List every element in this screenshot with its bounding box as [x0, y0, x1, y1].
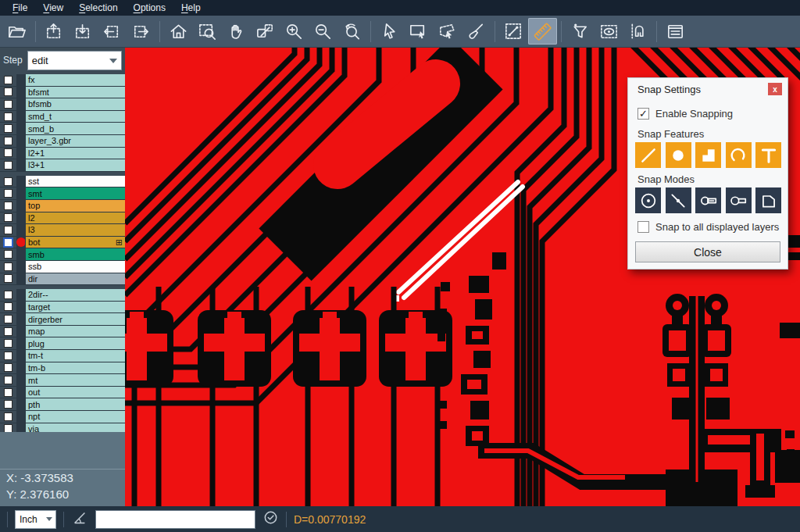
layer-checkbox[interactable] — [4, 226, 12, 234]
layer-name-tm-b[interactable]: tm-b — [25, 362, 125, 374]
measure-value-input[interactable] — [95, 510, 255, 529]
layer-checkbox[interactable] — [4, 213, 12, 222]
layer-checkbox[interactable] — [4, 137, 12, 145]
layer-checkbox[interactable] — [4, 363, 12, 372]
layer-indicator-cell[interactable] — [16, 411, 25, 423]
layer-indicator-cell[interactable] — [16, 302, 25, 313]
select-polygon-icon[interactable] — [433, 18, 462, 45]
zoom-previous-icon[interactable] — [338, 18, 366, 45]
layer-checkbox[interactable] — [4, 274, 12, 283]
layer-name-smt[interactable]: smt — [25, 187, 125, 199]
view-options-icon[interactable] — [595, 18, 623, 45]
layer-name-bfsmb[interactable]: bfsmb — [25, 98, 125, 110]
layer-indicator-cell[interactable] — [16, 187, 25, 199]
pan-hand-icon[interactable] — [222, 18, 251, 45]
layer-indicator-cell[interactable] — [16, 176, 25, 187]
layer-name-layer_3.gbr[interactable]: layer_3.gbr — [25, 135, 125, 147]
layer-name-dirgerber[interactable]: dirgerber — [25, 313, 125, 325]
apply-icon[interactable] — [262, 509, 279, 529]
layer-name-top[interactable]: top — [25, 200, 125, 212]
layer-checkbox[interactable] — [4, 87, 12, 96]
menu-item-view[interactable]: View — [35, 2, 71, 14]
layer-indicator-cell[interactable] — [16, 98, 25, 110]
move-up-icon[interactable] — [40, 18, 69, 45]
zoom-area-icon[interactable] — [193, 18, 222, 45]
layer-checkbox[interactable] — [4, 250, 12, 259]
layer-checkbox[interactable] — [4, 148, 12, 157]
move-down-icon[interactable] — [69, 18, 98, 45]
layer-indicator-cell[interactable] — [16, 374, 25, 386]
layer-indicator-cell[interactable] — [16, 313, 25, 325]
layer-indicator-cell[interactable] — [16, 289, 25, 301]
snap-text-button[interactable] — [755, 142, 781, 168]
snap-arc-button[interactable] — [726, 142, 752, 168]
menu-item-file[interactable]: File — [5, 2, 35, 14]
zoom-out-icon[interactable] — [309, 18, 338, 45]
snap-line-center-button[interactable] — [666, 187, 691, 213]
layer-checkbox[interactable] — [4, 177, 12, 186]
move-left-icon[interactable] — [98, 18, 127, 45]
layer-checkbox[interactable] — [4, 124, 12, 133]
menu-item-help[interactable]: Help — [173, 2, 209, 14]
layer-indicator-cell[interactable] — [16, 159, 25, 171]
measure-point-icon[interactable] — [499, 18, 528, 45]
layer-checkbox[interactable] — [4, 388, 12, 397]
close-icon[interactable]: x — [768, 83, 782, 95]
filter-icon[interactable] — [566, 18, 595, 45]
menu-item-options[interactable]: Options — [126, 2, 173, 14]
layer-checkbox[interactable] — [4, 302, 12, 311]
unit-select[interactable]: Inch — [15, 510, 56, 529]
snap-settings-dialog[interactable]: Snap Settings x ✓ Enable Snapping Snap F… — [627, 77, 788, 270]
layer-checkbox[interactable] — [4, 100, 12, 109]
snap-surface-button[interactable] — [695, 142, 721, 168]
layer-name-smd_b[interactable]: smd_b — [25, 123, 125, 134]
layer-indicator-cell[interactable] — [16, 123, 25, 134]
layer-checkbox[interactable] — [4, 189, 12, 198]
menu-item-selection[interactable]: Selection — [71, 2, 125, 14]
layer-name-target[interactable]: target — [25, 302, 125, 313]
angle-measure-icon[interactable] — [71, 509, 88, 530]
close-button[interactable]: Close — [635, 241, 780, 262]
layer-name-smb[interactable]: smb — [25, 248, 125, 260]
layer-checkbox[interactable] — [4, 112, 12, 121]
step-select[interactable]: edit — [27, 51, 122, 70]
layer-indicator-cell[interactable] — [16, 273, 25, 285]
layer-indicator-cell[interactable] — [16, 135, 25, 147]
move-right-icon[interactable] — [127, 18, 155, 45]
layer-indicator-cell[interactable] — [16, 224, 25, 236]
layer-checkbox[interactable] — [3, 237, 13, 248]
home-view-icon[interactable] — [164, 18, 193, 45]
layer-name-plug[interactable]: plug — [25, 337, 125, 349]
layer-name-smd_t[interactable]: smd_t — [25, 111, 125, 123]
layer-checkbox[interactable] — [4, 76, 12, 84]
layer-indicator-cell[interactable] — [16, 362, 25, 374]
snap-pad-button[interactable] — [666, 142, 691, 168]
layer-indicator-cell[interactable] — [16, 212, 25, 224]
layer-name-map[interactable]: map — [25, 326, 125, 337]
enable-snapping-checkbox[interactable]: ✓ — [638, 108, 649, 120]
snap-pad-outline-button[interactable] — [726, 187, 752, 213]
layer-name-tm-t[interactable]: tm-t — [25, 350, 125, 362]
layer-indicator-cell[interactable] — [16, 337, 25, 349]
layer-name-bfsmt[interactable]: bfsmt — [25, 87, 125, 98]
layer-name-npt[interactable]: npt — [25, 411, 125, 423]
layers-panel-icon[interactable] — [661, 18, 690, 45]
snap-magnet-icon[interactable] — [623, 18, 652, 45]
all-layers-checkbox[interactable] — [638, 221, 649, 233]
layer-checkbox[interactable] — [4, 327, 12, 336]
select-cursor-icon[interactable] — [375, 18, 404, 45]
snap-pad-entire-button[interactable] — [695, 187, 721, 213]
layer-checkbox[interactable] — [4, 202, 12, 210]
layer-name-sst[interactable]: sst — [25, 176, 125, 187]
layer-indicator-cell[interactable] — [16, 74, 25, 86]
layer-checkbox[interactable] — [4, 315, 12, 323]
layer-indicator-cell[interactable] — [16, 326, 25, 337]
snap-profile-button[interactable] — [755, 187, 781, 213]
snap-line-button[interactable] — [635, 142, 661, 168]
layer-checkbox[interactable] — [4, 161, 12, 170]
zoom-object-icon[interactable] — [251, 18, 280, 45]
layer-name-bot[interactable]: bot⊞ — [25, 237, 125, 248]
layer-checkbox[interactable] — [4, 291, 12, 299]
layer-indicator-cell[interactable] — [16, 111, 25, 123]
snap-pad-center-button[interactable] — [635, 187, 661, 213]
